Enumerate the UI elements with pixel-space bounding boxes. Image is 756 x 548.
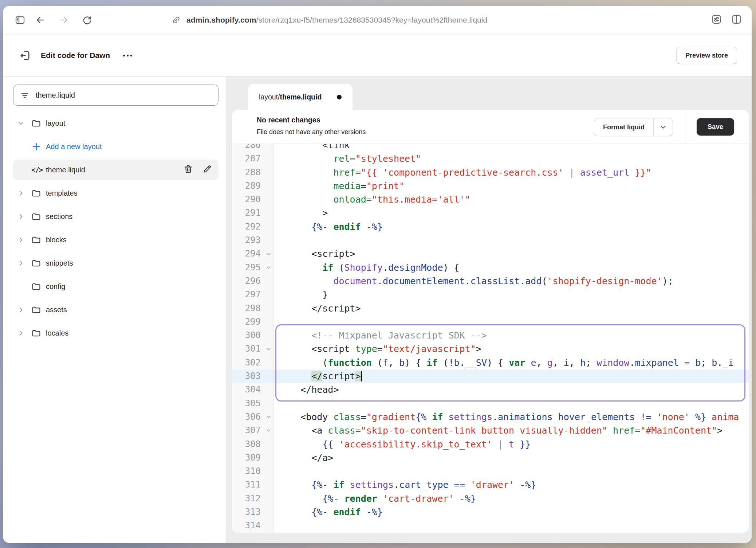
line-number[interactable]: 309 — [232, 451, 273, 465]
search-input[interactable] — [35, 91, 212, 100]
browser-window: admin.shopify.com/store/rzq1xu-f5/themes… — [3, 6, 752, 543]
line-number[interactable]: 295 — [232, 261, 273, 274]
code-line-303[interactable]: 303 </script> — [232, 369, 749, 383]
code-line-296[interactable]: 296 document.documentElement.classList.a… — [232, 274, 749, 288]
line-number[interactable]: 312 — [232, 492, 273, 505]
chevron-right-icon[interactable] — [17, 330, 31, 337]
sidebar-item-blocks[interactable]: blocks — [13, 228, 218, 251]
code-line-288[interactable]: 288 href="{{ 'component-predictive-searc… — [232, 166, 749, 179]
code-line-306[interactable]: 306 <body class="gradient{% if settings.… — [232, 410, 749, 424]
reload-icon[interactable] — [81, 14, 93, 26]
code-line-305[interactable]: 305 — [232, 397, 749, 410]
code-line-298[interactable]: 298 </script> — [232, 302, 749, 315]
save-button[interactable]: Save — [697, 118, 734, 136]
tab-theme-liquid[interactable]: layout/theme.liquid — [248, 84, 353, 110]
code-line-294[interactable]: 294 <script> — [232, 247, 749, 261]
sidebar-item-add-a-new-layout[interactable]: Add a new layout — [13, 135, 218, 158]
line-number[interactable]: 292 — [232, 220, 273, 234]
trash-icon[interactable] — [184, 164, 193, 176]
code-line-301[interactable]: 301 <script type="text/javascript"> — [232, 342, 749, 356]
address-bar[interactable]: admin.shopify.com/store/rzq1xu-f5/themes… — [171, 6, 487, 34]
code-line-291[interactable]: 291 > — [232, 206, 749, 220]
code-line-308[interactable]: 308 {{ 'accessibility.skip_to_text' | t … — [232, 438, 749, 451]
chevron-down-icon[interactable] — [17, 120, 31, 127]
back-icon[interactable] — [34, 14, 47, 26]
preview-store-button[interactable]: Preview store — [676, 47, 737, 64]
line-number[interactable]: 294 — [232, 247, 273, 261]
line-number[interactable]: 314 — [232, 519, 273, 532]
code-line-314[interactable]: 314 — [232, 519, 749, 532]
line-number[interactable]: 293 — [232, 234, 273, 247]
line-number[interactable]: 306 — [232, 410, 273, 424]
code-line-302[interactable]: 302 (function (f, b) { if (!b.__SV) { va… — [232, 356, 749, 369]
code-line-292[interactable]: 292 {%- endif -%} — [232, 220, 749, 234]
line-number[interactable]: 308 — [232, 438, 273, 451]
sidebar-item-templates[interactable]: templates — [13, 181, 218, 205]
line-number[interactable]: 313 — [232, 505, 273, 519]
sidebar-item-snippets[interactable]: snippets — [13, 251, 218, 275]
code-line-286[interactable]: 286 <link — [232, 144, 749, 152]
sidebar-item-config[interactable]: config — [13, 275, 218, 298]
line-number[interactable]: 297 — [232, 288, 273, 301]
code-line-310[interactable]: 310 — [232, 465, 749, 478]
chevron-right-icon[interactable] — [17, 213, 31, 220]
code-line-290[interactable]: 290 onload="this.media='all'" — [232, 193, 749, 206]
fold-chevron-icon[interactable] — [266, 424, 271, 437]
line-number[interactable]: 303 — [232, 369, 273, 383]
line-number[interactable]: 300 — [232, 329, 273, 342]
line-number[interactable]: 307 — [232, 424, 273, 437]
line-number[interactable]: 310 — [232, 465, 273, 478]
code-line-312[interactable]: 312 {%- render 'cart-drawer' -%} — [232, 492, 749, 505]
code-line-300[interactable]: 300 <!-- Mixpanel Javascript SDK --> — [232, 329, 749, 342]
chevron-right-icon[interactable] — [17, 236, 31, 243]
line-number[interactable]: 301 — [232, 342, 273, 356]
line-number[interactable]: 296 — [232, 274, 273, 288]
code-line-295[interactable]: 295 if (Shopify.designMode) { — [232, 261, 749, 274]
code-line-287[interactable]: 287 rel="stylesheet" — [232, 152, 749, 165]
code-line-293[interactable]: 293 — [232, 234, 749, 247]
fold-chevron-icon[interactable] — [266, 342, 271, 356]
line-number[interactable]: 304 — [232, 383, 273, 396]
code-viewport[interactable]: 286 <link287 rel="stylesheet"288 href="{… — [232, 144, 749, 533]
line-number[interactable]: 286 — [232, 144, 273, 152]
code-line-289[interactable]: 289 media="print" — [232, 179, 749, 193]
exit-code-editor-button[interactable] — [17, 48, 32, 63]
code-line-307[interactable]: 307 <a class="skip-to-content-link butto… — [232, 424, 749, 437]
line-number[interactable]: 288 — [232, 166, 273, 179]
forward-icon[interactable] — [58, 14, 70, 26]
fold-chevron-icon[interactable] — [266, 261, 271, 274]
code-line-304[interactable]: 304 </head> — [232, 383, 749, 396]
line-number[interactable]: 311 — [232, 478, 273, 492]
line-number[interactable]: 305 — [232, 397, 273, 410]
chevron-right-icon[interactable] — [17, 190, 31, 197]
code-line-313[interactable]: 313 {%- endif -%} — [232, 505, 749, 519]
line-number[interactable]: 289 — [232, 179, 273, 193]
chevron-down-icon[interactable] — [653, 118, 673, 136]
more-actions-button[interactable] — [119, 51, 136, 60]
line-number[interactable]: 299 — [232, 315, 273, 329]
extensions-icon[interactable] — [711, 14, 722, 27]
sidebar-item-assets[interactable]: assets — [13, 298, 218, 321]
chevron-right-icon[interactable] — [17, 260, 31, 267]
sidebar-item-theme-liquid[interactable]: </>theme.liquid — [13, 160, 218, 180]
pencil-icon[interactable] — [202, 164, 212, 176]
fold-chevron-icon[interactable] — [266, 410, 271, 424]
file-search-box[interactable] — [13, 85, 218, 106]
sidebar-item-sections[interactable]: sections — [13, 205, 218, 228]
format-liquid-button[interactable]: Format liquid — [594, 118, 673, 136]
chevron-right-icon[interactable] — [17, 306, 31, 313]
line-number[interactable]: 302 — [232, 356, 273, 369]
code-line-297[interactable]: 297 } — [232, 288, 749, 301]
sidebar-item-layout[interactable]: layout — [13, 111, 218, 135]
code-line-311[interactable]: 311 {%- if settings.cart_type == 'drawer… — [232, 478, 749, 492]
sidebar-toggle-icon[interactable] — [14, 14, 26, 26]
line-number[interactable]: 298 — [232, 302, 273, 315]
line-number[interactable]: 287 — [232, 152, 273, 165]
line-number[interactable]: 291 — [232, 206, 273, 220]
code-line-299[interactable]: 299 — [232, 315, 749, 329]
fold-chevron-icon[interactable] — [266, 247, 271, 261]
split-view-icon[interactable] — [731, 14, 742, 27]
sidebar-item-locales[interactable]: locales — [13, 321, 218, 345]
code-line-309[interactable]: 309 </a> — [232, 451, 749, 465]
line-number[interactable]: 290 — [232, 193, 273, 206]
